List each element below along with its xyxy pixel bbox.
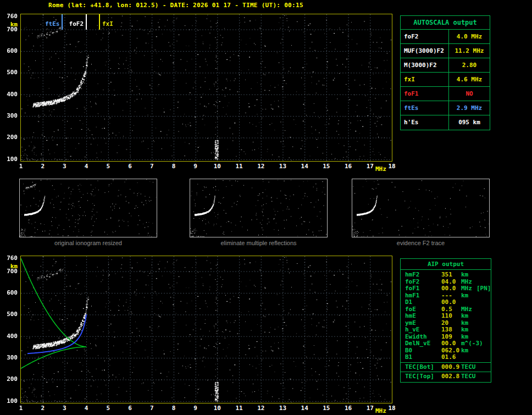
aip-output-panel: AIP output hmF2351kmfoF204.0MHzfoF100.0M… <box>400 258 491 383</box>
bottom-plot-y-tick-label: 760 <box>2 255 18 262</box>
aip-unit: km <box>461 313 468 320</box>
top-plot-x-tick-label: 17 <box>364 163 376 170</box>
bottom-plot-x-tick-label: 14 <box>298 405 311 412</box>
aip-output-header: AIP output <box>401 259 491 270</box>
bottom-plot-x-tick-label: 7 <box>146 405 158 412</box>
aip-unit: m^(-3) <box>461 340 483 347</box>
top-plot-y-tick-label: 500 <box>2 69 18 76</box>
top-plot-x-tick-label: 7 <box>146 163 158 170</box>
top-plot-x-tick-label: 9 <box>190 163 202 170</box>
top-plot-x-tick-label: 5 <box>102 163 114 170</box>
autoscala-value: 4.0 MHz <box>449 30 490 43</box>
autoscala-param: h'Es <box>401 115 449 130</box>
aip-value: 351 <box>441 272 452 279</box>
aip-unit: MHz <box>461 285 472 292</box>
aip-row: h_vE138km <box>401 327 491 334</box>
autoscala-value: 095 km <box>449 115 490 130</box>
aip-param: hmE <box>405 313 416 320</box>
aip-tec-value: 002.8 <box>441 373 459 380</box>
autoscala-param: fxI <box>401 73 449 86</box>
fxi-marker-line <box>99 14 100 30</box>
fof2-marker-label: foF2 <box>69 20 84 27</box>
autoscala-window: Rome (lat: +41.8, lon: 012.5) - DATE: 20… <box>0 0 532 415</box>
autoscala-param: MUF(3000)F2 <box>401 44 449 58</box>
aip-unit: km <box>461 347 468 355</box>
aip-unit: km <box>461 327 468 334</box>
bottom-plot-x-tick-label: 9 <box>190 405 202 412</box>
autoscala-param: ftEs <box>401 101 449 115</box>
bottom-plot-x-tick-label: 10 <box>211 405 223 412</box>
autoscala-value: 2.9 MHz <box>449 101 490 115</box>
aip-separator <box>401 362 491 363</box>
autoscala-value: 11.2 MHz <box>449 44 490 58</box>
aip-tec-row: TEC[Bot]000.9TECU <box>401 364 491 371</box>
top-ionogram-plot: ftEsfoF2fxI <box>20 14 392 162</box>
top-plot-x-tick-label: 12 <box>255 163 267 170</box>
top-plot-x-tick-label: 14 <box>298 163 311 170</box>
top-plot-y-tick-label: 200 <box>2 134 18 141</box>
thumb-evidence-f2-trace-canvas <box>352 179 489 237</box>
thumb-original-ionogram-canvas <box>20 179 157 237</box>
top-plot-y-tick-label: 400 <box>2 91 18 98</box>
aip-value: 110 <box>441 313 452 320</box>
autoscala-row: ftEs2.9 MHz <box>401 101 490 115</box>
top-plot-x-tick-label: 11 <box>233 163 245 170</box>
thumb-original-ionogram <box>19 179 157 237</box>
thumb-caption-eliminate: eliminate multiple reflections <box>190 240 328 246</box>
top-plot-y-tick-label: 760 <box>2 13 18 20</box>
aip-param: foF1 <box>405 285 420 292</box>
top-plot-x-tick-label: 6 <box>124 163 136 170</box>
fxi-marker-label: fxI <box>102 20 113 27</box>
bottom-plot-x-tick-label: 15 <box>320 405 332 412</box>
top-ionogram-canvas <box>21 14 392 161</box>
aip-row: D100.0 <box>401 299 491 306</box>
top-plot-x-tick-label: 2 <box>37 163 49 170</box>
bottom-plot-x-tick-label: 5 <box>102 405 114 412</box>
autoscala-value: 2.80 <box>449 58 490 72</box>
aip-value: 01.6 <box>441 354 456 361</box>
autoscala-row: foF1NO <box>401 87 490 101</box>
bottom-plot-x-tick-label: 16 <box>342 405 354 412</box>
aip-value: 138 <box>441 327 452 334</box>
top-plot-y-tick-label: 100 <box>2 156 18 163</box>
aip-tec-unit: TECU <box>461 364 476 371</box>
top-plot-x-tick-label: 16 <box>342 163 354 170</box>
ftes-marker-line <box>62 14 63 30</box>
aip-extra: [PN] <box>476 285 491 292</box>
aip-param: h_vE <box>405 327 420 334</box>
bottom-plot-y-tick-label: 500 <box>2 311 18 318</box>
aip-value: 00.0 <box>441 299 456 306</box>
aip-tec-param: TEC[Bot] <box>405 364 434 371</box>
thumb-caption-original: original ionogram resized <box>19 240 157 246</box>
bottom-ionogram-plot <box>20 256 392 403</box>
autoscala-row: MUF(3000)F211.2 MHz <box>401 44 490 58</box>
bottom-plot-x-tick-label: 1 <box>15 405 27 412</box>
top-plot-y-tick-label: 300 <box>2 113 18 119</box>
aip-value: 00.0 <box>441 285 456 292</box>
top-plot-x-tick-label: 10 <box>211 163 223 170</box>
bottom-plot-x-tick-label: 8 <box>168 405 180 412</box>
thumb-caption-evidence: evidence F2 trace <box>352 240 490 246</box>
top-plot-y-tick-label: 700 <box>2 26 18 33</box>
autoscala-output-header: AUTOSCALA output <box>401 16 490 30</box>
autoscala-row: foF24.0 MHz <box>401 30 490 44</box>
autoscala-row: h'Es095 km <box>401 115 490 130</box>
aip-param: D1 <box>405 299 412 306</box>
thumb-eliminate-reflections <box>190 179 328 237</box>
autoscala-param: M(3000)F2 <box>401 58 449 72</box>
bottom-plot-y-tick-label: 200 <box>2 376 18 383</box>
autoscala-output-table: AUTOSCALA output foF24.0 MHzMUF(3000)F21… <box>400 15 490 130</box>
aip-tec-param: TEC[Top] <box>405 373 434 380</box>
bottom-plot-y-tick-label: 700 <box>2 268 18 275</box>
aip-tec-value: 000.9 <box>441 364 459 371</box>
aip-unit: km <box>461 292 468 300</box>
autoscala-param: foF2 <box>401 30 449 43</box>
aip-param: B1 <box>405 354 412 361</box>
bottom-plot-x-tick-label: 11 <box>233 405 245 412</box>
bottom-plot-x-tick-label: 6 <box>124 405 136 412</box>
bottom-plot-y-tick-label: 600 <box>2 290 18 296</box>
bottom-plot-mhz-unit-label: MHz <box>375 407 386 414</box>
autoscala-output-rows: foF24.0 MHzMUF(3000)F211.2 MHzM(3000)F22… <box>401 30 490 130</box>
autoscala-row: fxI4.6 MHz <box>401 73 490 87</box>
top-plot-x-tick-label: 15 <box>320 163 332 170</box>
